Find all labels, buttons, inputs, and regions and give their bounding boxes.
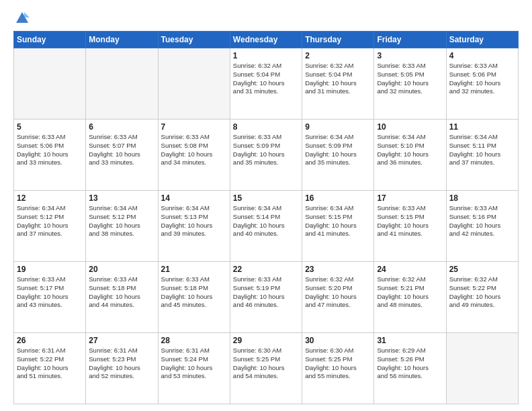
weekday-tuesday: Tuesday [158,32,230,48]
day-info: Sunrise: 6:33 AMSunset: 5:18 PMDaylight:… [89,275,154,310]
week-row-4: 19Sunrise: 6:33 AMSunset: 5:17 PMDayligh… [14,262,519,333]
day-info: Sunrise: 6:32 AMSunset: 5:04 PMDaylight:… [305,62,371,96]
day-number: 11 [449,122,515,132]
day-number: 2 [305,51,371,60]
calendar-cell: 15Sunrise: 6:34 AMSunset: 5:14 PMDayligh… [230,191,302,262]
calendar-cell: 28Sunrise: 6:31 AMSunset: 5:24 PMDayligh… [158,333,230,404]
day-number: 10 [377,122,443,132]
calendar-cell: 30Sunrise: 6:30 AMSunset: 5:25 PMDayligh… [302,333,374,404]
calendar-cell: 6Sunrise: 6:33 AMSunset: 5:07 PMDaylight… [86,120,158,191]
week-row-3: 12Sunrise: 6:34 AMSunset: 5:12 PMDayligh… [14,191,519,262]
day-number: 15 [233,193,299,203]
day-info: Sunrise: 6:34 AMSunset: 5:14 PMDaylight:… [233,204,299,238]
day-number: 8 [233,122,299,132]
calendar-cell: 18Sunrise: 6:33 AMSunset: 5:16 PMDayligh… [446,191,518,262]
calendar-cell: 24Sunrise: 6:32 AMSunset: 5:21 PMDayligh… [374,262,446,333]
calendar-cell: 25Sunrise: 6:32 AMSunset: 5:22 PMDayligh… [446,262,518,333]
day-info: Sunrise: 6:34 AMSunset: 5:12 PMDaylight:… [89,204,154,238]
calendar-cell: 10Sunrise: 6:34 AMSunset: 5:10 PMDayligh… [374,120,446,191]
weekday-friday: Friday [374,32,446,48]
day-number: 20 [89,265,154,274]
day-info: Sunrise: 6:34 AMSunset: 5:10 PMDaylight:… [377,133,443,167]
calendar-cell: 8Sunrise: 6:33 AMSunset: 5:09 PMDaylight… [230,120,302,191]
day-info: Sunrise: 6:30 AMSunset: 5:25 PMDaylight:… [233,347,299,381]
week-row-2: 5Sunrise: 6:33 AMSunset: 5:06 PMDaylight… [14,120,519,191]
calendar-table: SundayMondayTuesdayWednesdayThursdayFrid… [13,31,519,404]
day-info: Sunrise: 6:33 AMSunset: 5:17 PMDaylight:… [17,275,83,310]
day-number: 25 [449,265,515,274]
calendar-cell: 1Sunrise: 6:32 AMSunset: 5:04 PMDaylight… [230,48,302,120]
day-info: Sunrise: 6:34 AMSunset: 5:13 PMDaylight:… [161,204,227,238]
weekday-sunday: Sunday [14,32,86,48]
calendar-cell: 13Sunrise: 6:34 AMSunset: 5:12 PMDayligh… [86,191,158,262]
day-number: 29 [233,336,299,345]
calendar-cell: 29Sunrise: 6:30 AMSunset: 5:25 PMDayligh… [230,333,302,404]
calendar-cell: 5Sunrise: 6:33 AMSunset: 5:06 PMDaylight… [14,120,86,191]
calendar-cell: 12Sunrise: 6:34 AMSunset: 5:12 PMDayligh… [14,191,86,262]
calendar-cell: 21Sunrise: 6:33 AMSunset: 5:18 PMDayligh… [158,262,230,333]
day-number: 17 [377,193,443,203]
day-info: Sunrise: 6:33 AMSunset: 5:07 PMDaylight:… [89,133,154,167]
calendar-cell: 16Sunrise: 6:34 AMSunset: 5:15 PMDayligh… [302,191,374,262]
weekday-thursday: Thursday [302,32,374,48]
day-number: 4 [449,51,515,60]
day-number: 12 [17,193,83,203]
weekday-wednesday: Wednesday [230,32,302,48]
day-info: Sunrise: 6:31 AMSunset: 5:22 PMDaylight:… [17,347,83,381]
calendar-cell: 11Sunrise: 6:34 AMSunset: 5:11 PMDayligh… [446,120,518,191]
calendar-cell: 23Sunrise: 6:32 AMSunset: 5:20 PMDayligh… [302,262,374,333]
calendar-cell: 31Sunrise: 6:29 AMSunset: 5:26 PMDayligh… [374,333,446,404]
day-number: 28 [161,336,227,345]
day-info: Sunrise: 6:32 AMSunset: 5:22 PMDaylight:… [449,275,515,310]
day-number: 6 [89,122,154,132]
day-info: Sunrise: 6:33 AMSunset: 5:09 PMDaylight:… [233,133,299,167]
day-info: Sunrise: 6:33 AMSunset: 5:15 PMDaylight:… [377,204,443,238]
day-number: 1 [233,51,299,60]
calendar-cell: 26Sunrise: 6:31 AMSunset: 5:22 PMDayligh… [14,333,86,404]
day-number: 31 [377,336,443,345]
calendar-cell [158,48,230,120]
day-info: Sunrise: 6:29 AMSunset: 5:26 PMDaylight:… [377,347,443,381]
day-info: Sunrise: 6:33 AMSunset: 5:16 PMDaylight:… [449,204,515,238]
day-info: Sunrise: 6:31 AMSunset: 5:23 PMDaylight:… [89,347,154,381]
week-row-5: 26Sunrise: 6:31 AMSunset: 5:22 PMDayligh… [14,333,519,404]
day-number: 27 [89,336,154,345]
day-info: Sunrise: 6:31 AMSunset: 5:24 PMDaylight:… [161,347,227,381]
day-info: Sunrise: 6:30 AMSunset: 5:25 PMDaylight:… [305,347,371,381]
calendar-cell [446,333,518,404]
day-info: Sunrise: 6:32 AMSunset: 5:04 PMDaylight:… [233,62,299,96]
header [13,11,519,26]
calendar-cell: 4Sunrise: 6:33 AMSunset: 5:06 PMDaylight… [446,48,518,120]
weekday-saturday: Saturday [446,32,518,48]
day-info: Sunrise: 6:33 AMSunset: 5:19 PMDaylight:… [233,275,299,310]
day-number: 16 [305,193,371,203]
day-number: 24 [377,265,443,274]
day-number: 13 [89,193,154,203]
day-number: 23 [305,265,371,274]
calendar-cell: 22Sunrise: 6:33 AMSunset: 5:19 PMDayligh… [230,262,302,333]
calendar-cell: 2Sunrise: 6:32 AMSunset: 5:04 PMDaylight… [302,48,374,120]
day-info: Sunrise: 6:34 AMSunset: 5:11 PMDaylight:… [449,133,515,167]
day-info: Sunrise: 6:34 AMSunset: 5:15 PMDaylight:… [305,204,371,238]
calendar-cell [14,48,86,120]
calendar-cell: 3Sunrise: 6:33 AMSunset: 5:05 PMDaylight… [374,48,446,120]
day-info: Sunrise: 6:33 AMSunset: 5:08 PMDaylight:… [161,133,227,167]
day-number: 18 [449,193,515,203]
day-number: 3 [377,51,443,60]
day-info: Sunrise: 6:33 AMSunset: 5:18 PMDaylight:… [161,275,227,310]
calendar-cell: 20Sunrise: 6:33 AMSunset: 5:18 PMDayligh… [86,262,158,333]
page: SundayMondayTuesdayWednesdayThursdayFrid… [0,0,532,411]
calendar-cell: 27Sunrise: 6:31 AMSunset: 5:23 PMDayligh… [86,333,158,404]
calendar-cell: 7Sunrise: 6:33 AMSunset: 5:08 PMDaylight… [158,120,230,191]
weekday-monday: Monday [86,32,158,48]
day-number: 22 [233,265,299,274]
calendar-cell: 9Sunrise: 6:34 AMSunset: 5:09 PMDaylight… [302,120,374,191]
day-number: 9 [305,122,371,132]
day-info: Sunrise: 6:33 AMSunset: 5:06 PMDaylight:… [17,133,83,167]
weekday-header-row: SundayMondayTuesdayWednesdayThursdayFrid… [14,32,519,48]
day-info: Sunrise: 6:34 AMSunset: 5:12 PMDaylight:… [17,204,83,238]
svg-marker-1 [24,12,30,17]
logo-icon [15,11,30,26]
calendar-cell: 14Sunrise: 6:34 AMSunset: 5:13 PMDayligh… [158,191,230,262]
day-number: 21 [161,265,227,274]
